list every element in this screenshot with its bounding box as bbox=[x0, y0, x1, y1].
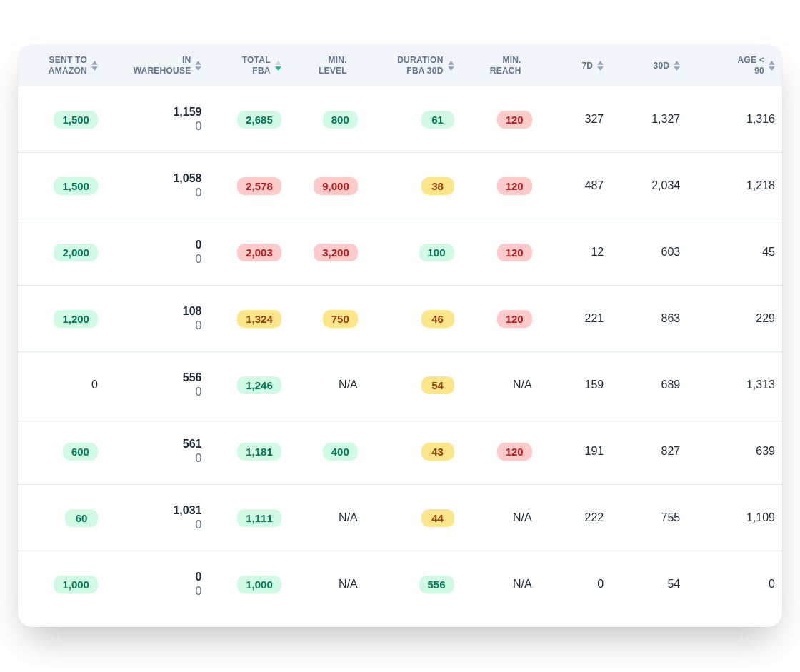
column-header-min_reach: MIN. REACH bbox=[461, 45, 539, 86]
status-badge: 54 bbox=[421, 376, 454, 394]
cell-value: 1,316 bbox=[746, 113, 775, 125]
status-badge: 750 bbox=[323, 310, 358, 328]
cell-d7: 159 bbox=[539, 352, 611, 418]
cell-in_warehouse: 1,0310 bbox=[105, 485, 209, 551]
cell-value: N/A bbox=[339, 578, 358, 590]
cell-value-secondary: 0 bbox=[196, 385, 202, 399]
column-header-label: DURATION FBA 30D bbox=[397, 55, 443, 76]
status-badge: 60 bbox=[65, 509, 98, 527]
cell-min_reach: 120 bbox=[461, 153, 539, 219]
cell-duration_fba30: 100 bbox=[365, 219, 461, 286]
status-badge: 1,111 bbox=[237, 509, 281, 527]
cell-value-secondary: 0 bbox=[196, 319, 202, 333]
table-row: 055601,246N/A54N/A1596891,313 bbox=[18, 352, 782, 418]
cell-sent_to_amazon: 1,000 bbox=[18, 551, 105, 628]
inventory-table: SENT TO AMAZONIN WAREHOUSETOTAL FBAMIN. … bbox=[18, 45, 782, 627]
cell-d7: 221 bbox=[539, 286, 611, 352]
cell-min_level: 3,200 bbox=[289, 219, 365, 286]
cell-value: N/A bbox=[513, 578, 532, 590]
cell-d7: 191 bbox=[539, 418, 611, 485]
cell-value-primary: 556 bbox=[183, 371, 202, 385]
cell-value: 863 bbox=[661, 312, 681, 324]
status-badge: 120 bbox=[497, 177, 532, 195]
table-body: 1,5001,15902,685800611203271,3271,3161,5… bbox=[18, 86, 782, 627]
cell-value: N/A bbox=[513, 511, 532, 523]
cell-value: 1,218 bbox=[746, 179, 775, 191]
cell-d7: 327 bbox=[539, 86, 611, 153]
status-badge: 61 bbox=[421, 111, 454, 129]
status-badge: 2,003 bbox=[237, 244, 281, 261]
cell-value-primary: 1,159 bbox=[173, 105, 201, 119]
status-badge: 1,000 bbox=[54, 576, 98, 593]
table-row: 60056101,18140043120191827639 bbox=[18, 418, 782, 485]
status-badge: 1,000 bbox=[237, 576, 281, 593]
status-badge: 2,685 bbox=[237, 111, 281, 129]
cell-value-secondary: 0 bbox=[196, 451, 202, 466]
cell-age90: 229 bbox=[687, 286, 782, 352]
status-badge: 1,500 bbox=[54, 111, 98, 129]
cell-value-secondary: 0 bbox=[196, 584, 202, 598]
stacked-value: 00 bbox=[196, 570, 202, 598]
cell-value: 229 bbox=[756, 312, 775, 324]
table-row: 1,000001,000N/A556N/A0540 bbox=[18, 551, 782, 628]
cell-sent_to_amazon: 2,000 bbox=[18, 219, 105, 286]
status-badge: 1,500 bbox=[54, 177, 98, 195]
cell-total_fba: 1,000 bbox=[209, 551, 288, 628]
cell-total_fba: 2,003 bbox=[209, 219, 288, 286]
cell-value: 755 bbox=[661, 511, 681, 523]
status-badge: 9,000 bbox=[314, 177, 358, 195]
cell-sent_to_amazon: 60 bbox=[18, 485, 105, 551]
cell-d30: 827 bbox=[611, 418, 687, 485]
cell-value: 12 bbox=[591, 246, 604, 258]
status-badge: 46 bbox=[421, 310, 454, 328]
table-row: 1,20010801,32475046120221863229 bbox=[18, 286, 782, 352]
cell-sent_to_amazon: 0 bbox=[18, 352, 105, 418]
cell-total_fba: 1,324 bbox=[209, 286, 288, 352]
cell-value: 639 bbox=[756, 445, 775, 457]
cell-value-secondary: 0 bbox=[196, 252, 202, 266]
column-header-d30[interactable]: 30D bbox=[611, 45, 687, 86]
cell-value: 221 bbox=[585, 312, 604, 324]
cell-age90: 1,316 bbox=[687, 86, 782, 153]
cell-value: 0 bbox=[597, 578, 604, 590]
sort-icon bbox=[448, 61, 454, 71]
status-badge: 2,000 bbox=[54, 244, 98, 261]
sort-icon bbox=[195, 61, 201, 71]
cell-min_level: N/A bbox=[289, 352, 365, 418]
status-badge: 1,181 bbox=[237, 443, 281, 461]
status-badge: 3,200 bbox=[314, 244, 358, 261]
column-header-in_warehouse[interactable]: IN WAREHOUSE bbox=[105, 45, 209, 86]
status-badge: 120 bbox=[497, 111, 532, 129]
status-badge: 800 bbox=[323, 111, 358, 129]
status-badge: 1,324 bbox=[237, 310, 281, 328]
cell-value: 45 bbox=[762, 246, 775, 258]
cell-duration_fba30: 54 bbox=[365, 352, 461, 418]
cell-value: N/A bbox=[513, 378, 532, 391]
cell-value: 827 bbox=[661, 445, 681, 457]
cell-d7: 12 bbox=[539, 219, 611, 286]
column-header-sent_to_amazon[interactable]: SENT TO AMAZON bbox=[18, 45, 105, 86]
cell-value: 159 bbox=[585, 378, 604, 391]
cell-value-primary: 1,058 bbox=[173, 171, 201, 186]
cell-value-primary: 0 bbox=[196, 238, 202, 252]
cell-d7: 222 bbox=[539, 485, 611, 551]
cell-value: 0 bbox=[769, 578, 775, 590]
column-header-label: 30D bbox=[654, 61, 670, 71]
cell-value: 689 bbox=[661, 378, 681, 391]
column-header-total_fba[interactable]: TOTAL FBA bbox=[209, 45, 288, 86]
cell-d7: 0 bbox=[539, 551, 611, 628]
cell-min_level: 750 bbox=[289, 286, 365, 352]
column-header-duration_fba30[interactable]: DURATION FBA 30D bbox=[365, 45, 461, 86]
cell-age90: 1,109 bbox=[687, 485, 782, 551]
cell-sent_to_amazon: 600 bbox=[18, 418, 105, 485]
cell-age90: 1,218 bbox=[687, 153, 782, 219]
cell-total_fba: 2,578 bbox=[209, 153, 288, 219]
cell-duration_fba30: 38 bbox=[365, 153, 461, 219]
cell-min_reach: N/A bbox=[461, 551, 539, 628]
column-header-age90[interactable]: AGE < 90 bbox=[687, 45, 782, 86]
cell-min_reach: N/A bbox=[461, 485, 539, 551]
column-header-d7[interactable]: 7D bbox=[539, 45, 611, 86]
cell-age90: 639 bbox=[687, 418, 782, 485]
cell-value: 2,034 bbox=[651, 179, 680, 191]
cell-duration_fba30: 61 bbox=[365, 86, 461, 153]
